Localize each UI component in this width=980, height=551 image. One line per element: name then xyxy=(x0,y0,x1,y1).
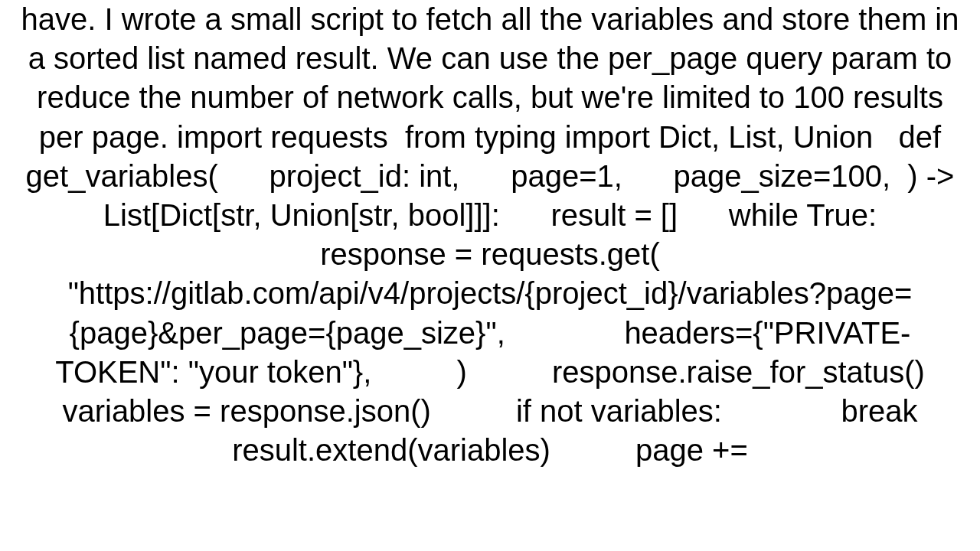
document-text: have. I wrote a small script to fetch al… xyxy=(0,0,980,470)
